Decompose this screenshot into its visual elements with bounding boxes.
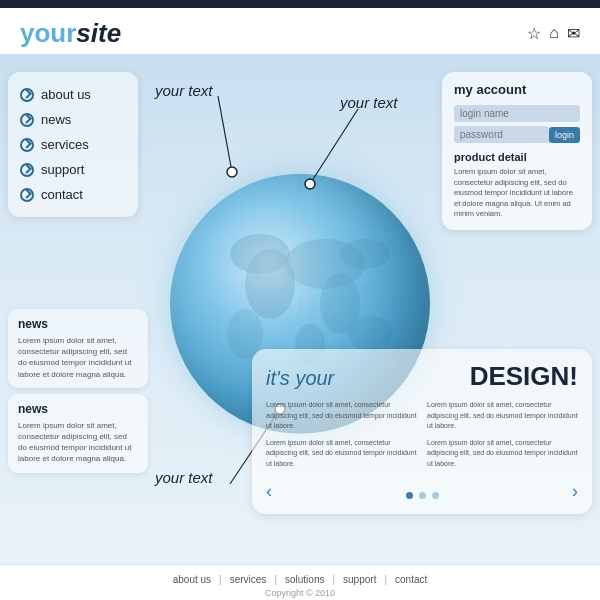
footer-sep-1: | [219, 574, 222, 585]
dot-1 [406, 492, 413, 499]
nav-bullet-about [20, 88, 34, 102]
logo: yoursite [20, 18, 121, 49]
design-label: it's your [266, 367, 334, 390]
prev-arrow[interactable]: ‹ [266, 481, 272, 502]
footer-sep-4: | [384, 574, 387, 585]
nav-label-contact: contact [41, 187, 83, 202]
password-input[interactable] [454, 126, 549, 143]
product-text: Lorem ipsum dolor sit amet, consectetur … [454, 167, 580, 220]
footer-about[interactable]: about us [173, 574, 211, 585]
header: yoursite ☆ ⌂ ✉ [0, 8, 600, 54]
design-col1-text2: Lorem ipsum dolor sit amet, consectetur … [266, 438, 417, 470]
logo-site: site [76, 18, 121, 48]
star-icon[interactable]: ☆ [527, 24, 541, 43]
news-box-2: news Lorem ipsum dolor sit amet, consect… [8, 394, 148, 473]
footer-copyright: Copyright © 2010 [265, 588, 335, 598]
design-columns: Lorem ipsum dolor sit amet, consectetur … [266, 400, 578, 475]
design-nav: ‹ › [266, 481, 578, 502]
footer-support[interactable]: support [343, 574, 376, 585]
product-title: product detail [454, 151, 580, 163]
news-text-2: Lorem ipsum dolor sit amet, consectetur … [18, 420, 138, 465]
nav-item-contact[interactable]: contact [8, 182, 138, 207]
design-col2-text2: Lorem ipsum dolor sit amet, consectetur … [427, 438, 578, 470]
nav-bullet-contact [20, 188, 34, 202]
nav-label-support: support [41, 162, 84, 177]
news-panel: news Lorem ipsum dolor sit amet, consect… [8, 309, 148, 479]
nav-bullet-news [20, 113, 34, 127]
news-text-1: Lorem ipsum dolor sit amet, consectetur … [18, 335, 138, 380]
account-panel: my account login product detail Lorem ip… [442, 72, 592, 230]
nav-item-news[interactable]: news [8, 107, 138, 132]
nav-label-about: about us [41, 87, 91, 102]
top-bar [0, 0, 600, 8]
footer-services[interactable]: services [230, 574, 267, 585]
footer-links: about us | services | solutions | suppor… [173, 574, 428, 585]
footer-contact[interactable]: contact [395, 574, 427, 585]
login-row: login [454, 126, 580, 143]
svg-line-14 [310, 109, 358, 184]
login-name-input[interactable] [454, 105, 580, 122]
svg-point-5 [340, 239, 390, 269]
nav-bullet-support [20, 163, 34, 177]
mail-icon[interactable]: ✉ [567, 24, 580, 43]
design-title: DESIGN! [470, 361, 578, 392]
news-title-2: news [18, 402, 138, 416]
nav-item-about[interactable]: about us [8, 82, 138, 107]
account-title: my account [454, 82, 580, 97]
dot-3 [432, 492, 439, 499]
design-col-2: Lorem ipsum dolor sit amet, consectetur … [427, 400, 578, 475]
design-panel: it's your DESIGN! Lorem ipsum dolor sit … [252, 349, 592, 514]
design-header: it's your DESIGN! [266, 361, 578, 392]
header-icons: ☆ ⌂ ✉ [527, 24, 580, 43]
svg-line-12 [218, 96, 232, 172]
news-title-1: news [18, 317, 138, 331]
home-icon[interactable]: ⌂ [549, 24, 559, 43]
nav-label-news: news [41, 112, 71, 127]
nav-item-support[interactable]: support [8, 157, 138, 182]
footer-solutions[interactable]: solutions [285, 574, 324, 585]
svg-point-7 [348, 316, 392, 352]
nav-label-services: services [41, 137, 89, 152]
news-box-1: news Lorem ipsum dolor sit amet, consect… [8, 309, 148, 388]
design-col2-text1: Lorem ipsum dolor sit amet, consectetur … [427, 400, 578, 432]
callout-top-right: your text [340, 94, 398, 111]
callout-top-left: your text [155, 82, 213, 99]
design-col-1: Lorem ipsum dolor sit amet, consectetur … [266, 400, 417, 475]
nav-bullet-services [20, 138, 34, 152]
login-button[interactable]: login [549, 127, 580, 143]
footer-sep-3: | [332, 574, 335, 585]
nav-panel: about us news services support contact [8, 72, 138, 217]
main-content: your text your text your text about us n… [0, 54, 600, 564]
footer-sep-2: | [274, 574, 277, 585]
design-col1-text1: Lorem ipsum dolor sit amet, consectetur … [266, 400, 417, 432]
logo-your: your [20, 18, 76, 48]
design-dots [406, 492, 439, 499]
callout-bottom: your text [155, 469, 213, 486]
dot-2 [419, 492, 426, 499]
nav-item-services[interactable]: services [8, 132, 138, 157]
next-arrow[interactable]: › [572, 481, 578, 502]
footer: about us | services | solutions | suppor… [0, 564, 600, 600]
